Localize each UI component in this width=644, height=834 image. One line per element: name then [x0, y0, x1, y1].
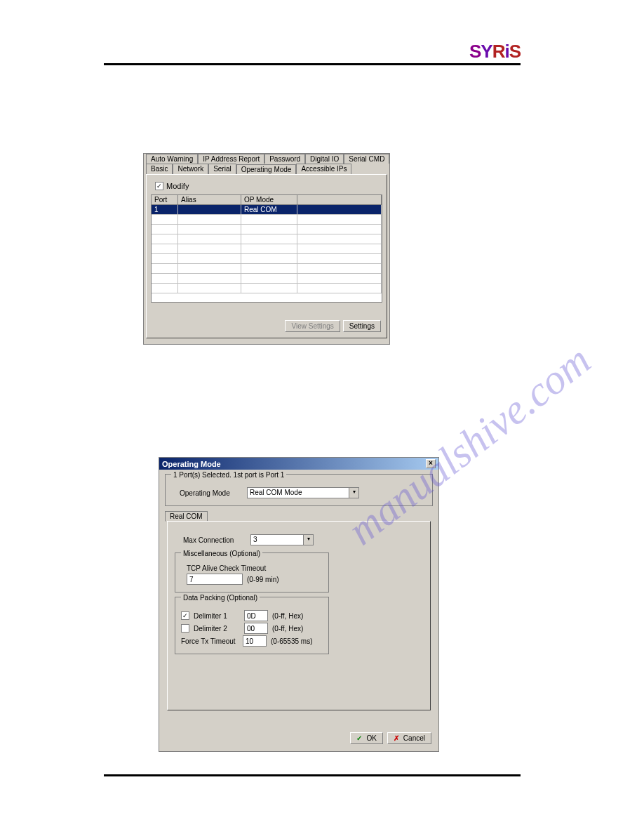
port-summary-label: 1 Port(s) Selected. 1st port is Port 1	[171, 471, 286, 479]
delimiter2-hint: (0-ff, Hex)	[272, 625, 303, 633]
col-header-alias[interactable]: Alias	[178, 195, 241, 205]
col-header-port[interactable]: Port	[152, 195, 178, 205]
divider-top	[104, 63, 521, 65]
settings-button[interactable]: Settings	[343, 320, 381, 332]
data-packing-group: Data Packing (Optional) ✓ Delimiter 1 0D…	[175, 597, 329, 654]
delimiter1-label: Delimiter 1	[194, 612, 240, 620]
cell-alias	[178, 205, 241, 215]
view-settings-button: View Settings	[285, 320, 340, 332]
brand-logo: SYRiS	[469, 41, 521, 62]
delimiter1-hint: (0-ff, Hex)	[272, 612, 303, 620]
tcp-alive-label: TCP Alive Check Timeout	[187, 564, 323, 572]
ok-button[interactable]: OK	[350, 732, 382, 744]
table-row	[152, 225, 382, 234]
operating-mode-dialog: Operating Mode × 1 Port(s) Selected. 1st…	[159, 457, 439, 752]
operating-mode-select[interactable]: Real COM Mode ▾	[247, 487, 359, 498]
table-row	[152, 274, 382, 284]
max-connection-label: Max Connection	[183, 536, 246, 544]
tab-digital-io[interactable]: Digital IO	[305, 154, 344, 164]
tab-auto-warning[interactable]: Auto Warning	[146, 154, 198, 164]
tab-body: ✓ Modify Port Alias OP Mode 1 Real COM M…	[146, 174, 387, 338]
table-row	[152, 284, 382, 293]
tcp-alive-input[interactable]: 7	[187, 574, 243, 585]
misc-group: Miscellaneous (Optional) TCP Alive Check…	[175, 552, 329, 593]
table-row	[152, 244, 382, 254]
chevron-down-icon: ▾	[349, 488, 358, 498]
modify-checkbox[interactable]: ✓	[155, 182, 163, 190]
tab-real-com[interactable]: Real COM	[165, 511, 208, 522]
tcp-alive-hint: (0-99 min)	[247, 576, 279, 583]
table-row	[152, 254, 382, 264]
tab-password[interactable]: Password	[264, 154, 305, 164]
table-row[interactable]: 1 Real COM Mode	[152, 205, 382, 215]
tab-basic[interactable]: Basic	[146, 164, 173, 174]
dialog-title: Operating Mode	[162, 460, 221, 468]
chevron-down-icon: ▾	[303, 535, 313, 545]
tab-operating-mode[interactable]: Operating Mode	[236, 164, 297, 175]
close-button[interactable]: ×	[426, 459, 436, 468]
table-header: Port Alias OP Mode	[152, 195, 382, 205]
delimiter2-checkbox[interactable]	[181, 624, 189, 633]
force-tx-label: Force Tx Timeout	[181, 637, 239, 645]
tabs-row-1: Auto Warning IP Address Report Password …	[144, 154, 389, 164]
operating-mode-label: Operating Mode	[180, 489, 243, 497]
operating-mode-tab-panel: Auto Warning IP Address Report Password …	[143, 153, 390, 345]
tabs-row-2: Basic Network Serial Operating Mode Acce…	[144, 164, 389, 174]
cell-rest	[297, 205, 382, 215]
modify-label: Modify	[166, 182, 189, 190]
table-row	[152, 264, 382, 274]
max-connection-select[interactable]: 3 ▾	[250, 534, 314, 545]
cell-port: 1	[152, 205, 178, 215]
table-row	[152, 234, 382, 244]
tab-serial[interactable]: Serial	[208, 164, 236, 174]
port-table[interactable]: Port Alias OP Mode 1 Real COM Mode	[151, 194, 382, 303]
titlebar: Operating Mode ×	[159, 458, 438, 470]
data-packing-legend: Data Packing (Optional)	[181, 594, 260, 602]
col-header-op-mode[interactable]: OP Mode	[241, 195, 297, 205]
real-com-tab-body: Max Connection 3 ▾ Miscellaneous (Option…	[167, 521, 431, 710]
delimiter2-label: Delimiter 2	[194, 625, 240, 633]
col-header-rest	[297, 195, 382, 205]
cancel-button[interactable]: Cancel	[387, 732, 431, 744]
table-row	[152, 215, 382, 225]
force-tx-input[interactable]: 10	[243, 635, 267, 647]
misc-legend: Miscellaneous (Optional)	[181, 550, 262, 557]
delimiter2-input[interactable]: 00	[244, 623, 268, 634]
cell-op-mode: Real COM Mode	[241, 205, 297, 215]
tab-network[interactable]: Network	[173, 164, 208, 174]
force-tx-hint: (0-65535 ms)	[271, 637, 312, 645]
tab-accessible-ips[interactable]: Accessible IPs	[296, 164, 351, 174]
delimiter1-input[interactable]: 0D	[244, 610, 268, 621]
tab-serial-cmd[interactable]: Serial CMD	[344, 154, 389, 164]
divider-bottom	[104, 774, 521, 776]
tab-ip-address-report[interactable]: IP Address Report	[198, 154, 264, 164]
port-selection-group: 1 Port(s) Selected. 1st port is Port 1 O…	[165, 474, 433, 506]
delimiter1-checkbox[interactable]: ✓	[181, 611, 189, 620]
